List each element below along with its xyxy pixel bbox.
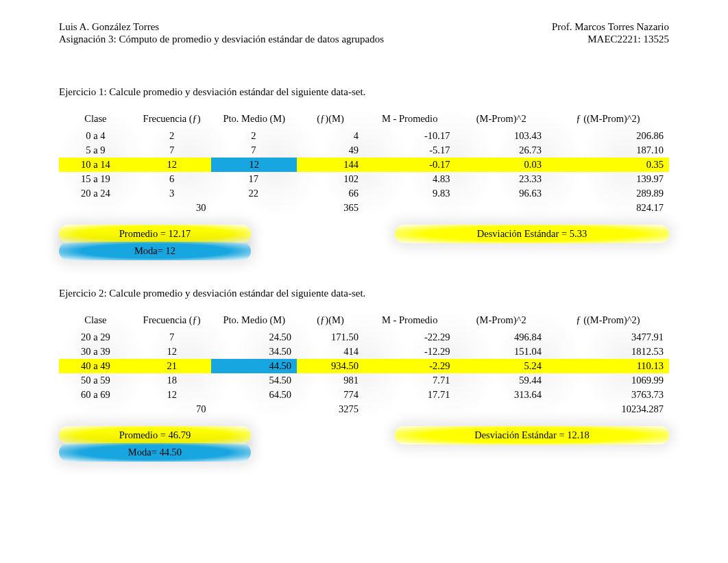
col-mid: Pto. Medio (M) [211, 313, 297, 330]
ex2-cell-mp2: 313.64 [455, 388, 547, 402]
ex1-cell-mp: 9.83 [364, 186, 456, 201]
col-freq: Frecuencia (ƒ) [132, 112, 212, 129]
ex2-promedio: Promedio = 46.79 [59, 426, 251, 445]
exercise-1-results: Promedio = 12.17 Moda= 12 Desviación Est… [59, 225, 669, 260]
document-header: Luis A. González Torres Asignación 3: Có… [59, 21, 669, 45]
header-left: Luis A. González Torres Asignación 3: Có… [59, 21, 384, 45]
ex2-cell-f: 12 [132, 345, 212, 359]
ex1-cell-f: 7 [132, 143, 212, 158]
ex2-moda: Moda= 44.50 [59, 443, 251, 462]
ex1-cell-f: 2 [132, 129, 212, 143]
ex2-cell-mp2: 496.84 [455, 330, 547, 345]
ex1-cell-fm: 4 [297, 129, 364, 143]
ex2-cell-fmp2: 3763.73 [547, 388, 669, 402]
col-mprom: M - Promedio [364, 313, 456, 330]
ex1-cell-fm: 49 [297, 143, 364, 158]
ex2-cell-clase: 30 a 39 [59, 345, 132, 359]
ex2-cell-f: 21 [132, 359, 212, 373]
ex1-cell-clase: 15 a 19 [59, 172, 132, 186]
ex2-total-f: 70 [132, 402, 212, 416]
table-row: 20 a 29724.50171.50-22.29496.843477.91 [59, 330, 669, 345]
header-right: Prof. Marcos Torres Nazario MAEC2221: 13… [552, 21, 669, 45]
col-fmprom2: ƒ ((M-Prom)^2) [547, 112, 669, 129]
page: Luis A. González Torres Asignación 3: Có… [0, 0, 728, 503]
ex1-cell-fmp2: 139.97 [547, 172, 669, 186]
ex1-cell-f: 6 [132, 172, 212, 186]
table-row: 20 a 24322669.8396.63289.89 [59, 186, 669, 201]
ex2-cell-fmp2: 1069.99 [547, 373, 669, 388]
ex1-cell-mp: -10.17 [364, 129, 456, 143]
ex1-cell-clase: 20 a 24 [59, 186, 132, 201]
ex1-cell-fmp2: 0.35 [547, 158, 669, 172]
exercise-2-totals: 70 3275 10234.287 [59, 402, 669, 416]
table-header-row: Clase Frecuencia (ƒ) Pto. Medio (M) (ƒ)(… [59, 313, 669, 330]
ex2-cell-fm: 981 [297, 373, 364, 388]
ex1-sd-stack: Desviación Estándar = 5.33 [395, 225, 669, 260]
ex1-cell-mp: -0.17 [364, 158, 456, 172]
ex2-cell-clase: 60 a 69 [59, 388, 132, 402]
table-row: 30 a 391234.50414-12.29151.041812.53 [59, 345, 669, 359]
ex1-cell-m: 17 [211, 172, 297, 186]
ex1-cell-mp2: 0.03 [455, 158, 547, 172]
col-clase: Clase [59, 112, 132, 129]
table-row: 0 a 4224-10.17103.43206.86 [59, 129, 669, 143]
ex1-cell-fmp2: 289.89 [547, 186, 669, 201]
ex1-cell-fm: 66 [297, 186, 364, 201]
ex1-cell-m: 12 [211, 158, 297, 172]
ex1-cell-f: 12 [132, 158, 212, 172]
ex2-cell-m: 34.50 [211, 345, 297, 359]
col-fmprom2: ƒ ((M-Prom)^2) [547, 313, 669, 330]
exercise-1-table-container: Clase Frecuencia (ƒ) Pto. Medio (M) (ƒ)(… [59, 112, 669, 215]
ex1-moda: Moda= 12 [59, 242, 251, 260]
exercise-2-body: 20 a 29724.50171.50-22.29496.843477.9130… [59, 330, 669, 402]
ex2-cell-m: 64.50 [211, 388, 297, 402]
col-freq: Frecuencia (ƒ) [132, 313, 212, 330]
ex1-cell-fmp2: 187.10 [547, 143, 669, 158]
col-fm: (ƒ)(M) [297, 313, 364, 330]
ex2-cell-clase: 50 a 59 [59, 373, 132, 388]
ex1-total-fmp2: 824.17 [547, 201, 669, 215]
table-row: 50 a 591854.509817.7159.441069.99 [59, 373, 669, 388]
ex1-mean-mode-stack: Promedio = 12.17 Moda= 12 [59, 225, 251, 260]
assignment-title: Asignación 3: Cómputo de promedio y desv… [59, 33, 384, 45]
ex2-cell-m: 44.50 [211, 359, 297, 373]
col-fm: (ƒ)(M) [297, 112, 364, 129]
ex2-sd: Desviación Estándar = 12.18 [395, 426, 669, 445]
ex1-cell-fm: 102 [297, 172, 364, 186]
exercise-1: Ejercicio 1: Calcule promedio y desviaci… [59, 86, 669, 260]
ex1-cell-clase: 5 a 9 [59, 143, 132, 158]
ex2-total-fmp2: 10234.287 [547, 402, 669, 416]
table-row: 10 a 141212144-0.170.030.35 [59, 158, 669, 172]
ex1-cell-fm: 144 [297, 158, 364, 172]
ex1-sd: Desviación Estándar = 5.33 [395, 225, 669, 243]
ex2-cell-mp: -2.29 [364, 359, 456, 373]
ex2-cell-mp2: 5.24 [455, 359, 547, 373]
ex2-cell-fmp2: 1812.53 [547, 345, 669, 359]
professor-name: Prof. Marcos Torres Nazario [552, 21, 669, 33]
ex2-cell-fmp2: 3477.91 [547, 330, 669, 345]
ex1-cell-mp2: 26.73 [455, 143, 547, 158]
ex2-cell-fm: 934.50 [297, 359, 364, 373]
table-row: 5 a 97749-5.1726.73187.10 [59, 143, 669, 158]
ex2-cell-m: 24.50 [211, 330, 297, 345]
exercise-1-body: 0 a 4224-10.17103.43206.865 a 97749-5.17… [59, 129, 669, 201]
ex1-cell-clase: 10 a 14 [59, 158, 132, 172]
ex2-cell-mp: -22.29 [364, 330, 456, 345]
ex2-cell-mp2: 151.04 [455, 345, 547, 359]
exercise-1-table: Clase Frecuencia (ƒ) Pto. Medio (M) (ƒ)(… [59, 112, 669, 215]
ex1-total-fm: 365 [297, 201, 364, 215]
table-row: 40 a 492144.50934.50-2.295.24110.13 [59, 359, 669, 373]
ex1-cell-m: 2 [211, 129, 297, 143]
exercise-2-results: Promedio = 46.79 Moda= 44.50 Desviación … [59, 426, 669, 462]
course-code: MAEC2221: 13525 [552, 33, 669, 45]
col-mid: Pto. Medio (M) [211, 112, 297, 129]
exercise-1-totals: 30 365 824.17 [59, 201, 669, 215]
ex2-cell-f: 12 [132, 388, 212, 402]
student-name: Luis A. González Torres [59, 21, 384, 33]
ex1-cell-m: 22 [211, 186, 297, 201]
ex2-cell-clase: 20 a 29 [59, 330, 132, 345]
ex2-cell-f: 18 [132, 373, 212, 388]
table-row: 15 a 196171024.8323.33139.97 [59, 172, 669, 186]
ex2-cell-m: 54.50 [211, 373, 297, 388]
ex2-mean-mode-stack: Promedio = 46.79 Moda= 44.50 [59, 426, 251, 462]
